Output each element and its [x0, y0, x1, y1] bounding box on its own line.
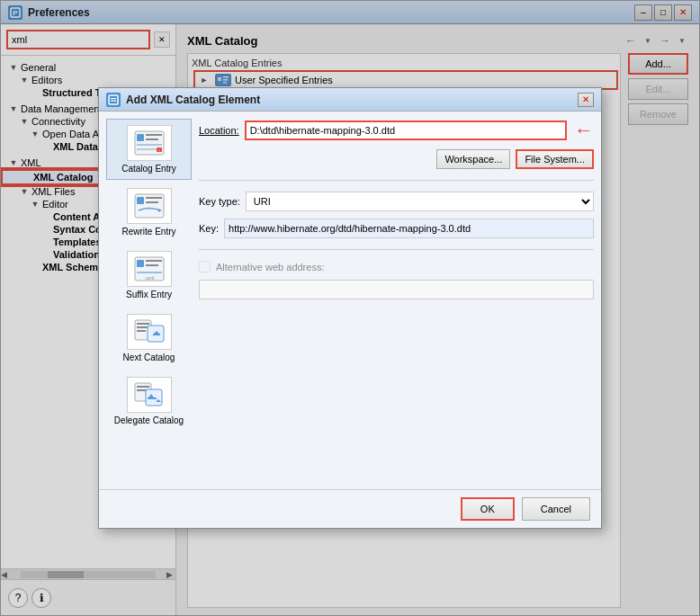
arrow-indicator: ←: [574, 119, 594, 142]
entry-type-rewrite-entry[interactable]: Rewrite Entry: [106, 182, 192, 243]
svg-rect-31: [137, 272, 162, 273]
catalog-entry-icon-box: +: [127, 125, 172, 161]
svg-rect-41: [137, 386, 149, 388]
svg-rect-39: [153, 334, 160, 335]
svg-rect-11: [109, 95, 118, 104]
entry-type-sidebar: + Catalog Entry: [106, 119, 192, 482]
entry-type-catalog-entry[interactable]: + Catalog Entry: [106, 119, 192, 180]
alt-web-input-row: [199, 280, 594, 299]
dialog-close-button[interactable]: ✕: [578, 93, 594, 107]
suffix-entry-icon-box: .xml: [127, 251, 172, 287]
svg-text:.xml: .xml: [144, 275, 154, 281]
key-type-row: Key type: URI: [199, 192, 594, 211]
entry-type-suffix-entry[interactable]: .xml Suffix Entry: [106, 245, 192, 306]
svg-rect-19: [137, 148, 158, 150]
entry-type-rewrite-label: Rewrite Entry: [121, 227, 175, 237]
dialog-icon: [106, 93, 121, 107]
key-type-select[interactable]: URI: [246, 192, 594, 211]
entry-type-delegate-label: Delegate Catalog: [114, 415, 184, 425]
key-row: Key: http://www.hibernate.org/dtd/hibern…: [199, 219, 594, 238]
cancel-button[interactable]: Cancel: [522, 497, 590, 521]
separator-2: [199, 249, 594, 250]
svg-rect-16: [146, 134, 162, 136]
svg-rect-23: [137, 197, 144, 204]
alt-web-input[interactable]: [199, 280, 594, 299]
svg-rect-25: [146, 201, 158, 203]
svg-rect-17: [146, 138, 158, 140]
location-input[interactable]: [245, 121, 567, 140]
entry-type-suffix-label: Suffix Entry: [126, 290, 172, 299]
alt-web-checkbox[interactable]: [199, 261, 211, 272]
svg-rect-29: [146, 260, 162, 262]
svg-rect-30: [146, 264, 158, 266]
dialog-footer: OK Cancel: [99, 489, 601, 528]
add-xml-catalog-dialog: Add XML Catalog Element ✕: [98, 87, 602, 529]
location-row: Location: ←: [199, 119, 594, 142]
svg-rect-36: [137, 330, 146, 332]
entry-type-delegate-catalog[interactable]: Delegate Catalog: [106, 370, 192, 432]
alt-web-label: Alternative web address:: [216, 262, 324, 272]
dialog-title: Add XML Catalog Element: [126, 94, 578, 106]
svg-rect-24: [146, 197, 162, 199]
dialog-form: Location: ← Workspace... File System... …: [199, 119, 594, 482]
svg-rect-13: [111, 100, 116, 101]
dialog-body: + Catalog Entry: [99, 112, 601, 489]
dialog-title-bar: Add XML Catalog Element ✕: [99, 88, 601, 112]
entry-type-next-catalog[interactable]: Next Catalog: [106, 308, 192, 369]
filesystem-button[interactable]: File System...: [516, 149, 594, 169]
entry-type-next-catalog-label: Next Catalog: [123, 353, 175, 362]
separator-1: [199, 180, 594, 181]
rewrite-entry-icon-box: [127, 188, 172, 224]
location-label: Location:: [199, 125, 239, 136]
svg-rect-12: [111, 98, 116, 99]
svg-rect-28: [137, 260, 144, 267]
next-catalog-icon-box: [127, 314, 172, 350]
workspace-button[interactable]: Workspace...: [436, 149, 510, 169]
entry-type-catalog-label: Catalog Entry: [121, 164, 176, 174]
key-value: http://www.hibernate.org/dtd/hibernate-m…: [224, 219, 594, 238]
svg-rect-35: [137, 326, 148, 328]
svg-rect-15: [137, 134, 144, 141]
delegate-catalog-icon-box: [127, 377, 172, 413]
svg-rect-45: [148, 397, 157, 399]
key-type-label: Key type:: [199, 196, 240, 207]
ok-button[interactable]: OK: [461, 497, 515, 521]
key-label: Key:: [199, 223, 219, 234]
alt-web-row: Alternative web address:: [199, 261, 594, 272]
svg-rect-18: [137, 144, 162, 146]
svg-rect-34: [137, 323, 149, 325]
preferences-window: P Preferences – □ ✕ ✕ ▼ General: [0, 0, 700, 616]
dialog-overlay: Add XML Catalog Element ✕: [1, 1, 699, 615]
workspace-filesystem-row: Workspace... File System...: [199, 149, 594, 169]
